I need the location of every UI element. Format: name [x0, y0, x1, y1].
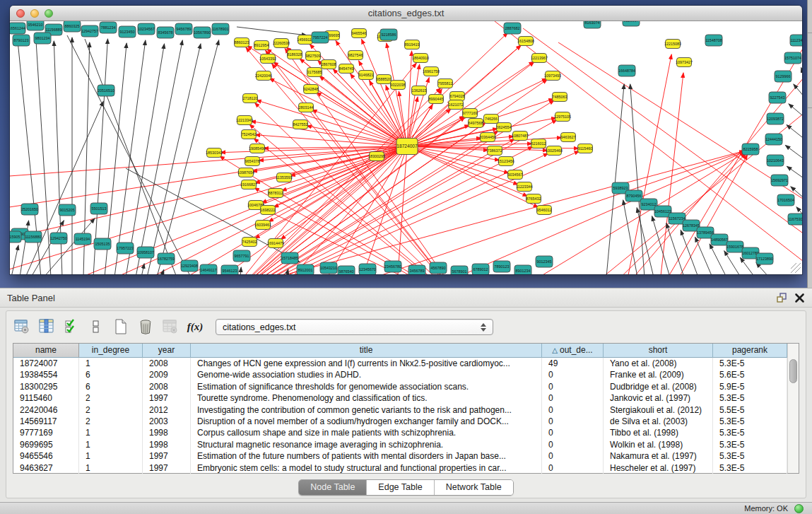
new-column-icon[interactable]: [112, 318, 129, 335]
network-canvas[interactable]: 1872400718300295886012389129542226053814…: [10, 21, 802, 274]
tab-network-table[interactable]: Network Table: [435, 480, 513, 495]
network-edge[interactable]: [787, 166, 802, 180]
network-edge[interactable]: [396, 152, 745, 274]
network-node[interactable]: 8790123: [13, 35, 30, 46]
network-edge[interactable]: [637, 208, 654, 274]
network-node[interactable]: 8765432: [526, 194, 541, 204]
network-node[interactable]: 746266: [484, 115, 499, 124]
network-node[interactable]: 7425402: [242, 238, 257, 247]
network-node[interactable]: 10543392: [259, 54, 276, 64]
network-node[interactable]: 8919419: [405, 40, 420, 49]
float-panel-icon[interactable]: [776, 292, 787, 303]
network-edge[interactable]: [801, 68, 802, 75]
network-edge[interactable]: [606, 84, 624, 274]
delete-icon[interactable]: [137, 318, 154, 335]
network-node[interactable]: 9227543: [769, 92, 786, 103]
network-node[interactable]: 3175685: [307, 68, 322, 77]
tab-node-table[interactable]: Node Table: [299, 480, 367, 495]
network-node[interactable]: 9456789: [175, 23, 192, 35]
network-node[interactable]: 9546210: [27, 21, 44, 30]
network-node[interactable]: 12213343: [236, 116, 253, 125]
network-node[interactable]: 16039461: [254, 221, 271, 230]
network-node[interactable]: 18640910: [412, 54, 429, 63]
network-edge[interactable]: [220, 156, 466, 274]
network-node[interactable]: 19085490: [249, 144, 266, 153]
table-row[interactable]: 2242004622012Investigating the contribut…: [13, 404, 787, 416]
network-edge[interactable]: [794, 84, 802, 97]
network-edge[interactable]: [710, 244, 726, 274]
table-row[interactable]: 1938455462009Genome-wide association stu…: [13, 369, 787, 380]
table-row[interactable]: 1456911722003Disruption of a novel membe…: [13, 416, 787, 427]
network-node[interactable]: 10807487: [512, 132, 529, 141]
network-node[interactable]: 16961758: [423, 67, 440, 76]
network-node[interactable]: 16648784: [618, 65, 635, 76]
network-node[interactable]: 9801234: [34, 33, 51, 44]
network-node[interactable]: 12215083: [664, 40, 681, 49]
network-node[interactable]: 18300295: [368, 152, 385, 161]
network-node[interactable]: 8215958: [742, 144, 759, 155]
network-node[interactable]: 9827509: [306, 52, 321, 61]
network-node[interactable]: 9012345: [536, 256, 553, 267]
network-node[interactable]: 9465546: [352, 29, 367, 38]
network-edge[interactable]: [269, 78, 407, 146]
network-node[interactable]: 11675300: [788, 214, 802, 225]
network-node[interactable]: 9322038: [391, 81, 406, 90]
network-node[interactable]: 17957223: [117, 243, 134, 254]
table-row[interactable]: 1872400712008Changes of HCN gene express…: [13, 358, 787, 369]
table-row[interactable]: 911546021997Tourette syndrome. Phenomeno…: [13, 392, 787, 404]
network-node[interactable]: 6216012: [531, 139, 546, 148]
network-node[interactable]: 1698222: [261, 206, 276, 215]
network-node[interactable]: 9146821: [359, 71, 374, 80]
network-node[interactable]: 15718485: [281, 252, 298, 264]
network-node[interactable]: 9463627: [561, 133, 576, 142]
network-node[interactable]: 18530342: [206, 148, 223, 158]
network-node[interactable]: 16782759: [158, 253, 175, 264]
unselect-icon[interactable]: [88, 318, 105, 335]
network-node[interactable]: 8860325: [64, 21, 81, 32]
network-node[interactable]: 4567890: [430, 262, 447, 274]
column-header-year[interactable]: year: [143, 344, 191, 358]
network-node[interactable]: 9034567: [508, 170, 523, 180]
network-node[interactable]: 19166827: [240, 180, 257, 189]
table-selector-dropdown[interactable]: citations_edges.txt: [216, 319, 493, 335]
network-node[interactable]: 10987654: [237, 168, 254, 177]
network-node[interactable]: 20516510: [98, 85, 114, 96]
network-node[interactable]: 1621072: [449, 100, 464, 110]
network-node[interactable]: 8878312: [269, 189, 283, 198]
network-node[interactable]: 1505135: [94, 238, 111, 250]
network-node[interactable]: 2803144: [299, 103, 314, 112]
network-node[interactable]: 11123456: [790, 35, 802, 46]
network-node[interactable]: 8912001: [297, 264, 314, 274]
network-node[interactable]: 17016504: [777, 194, 794, 206]
network-node[interactable]: 12345670: [359, 264, 376, 274]
network-node[interactable]: 7485063: [553, 93, 567, 102]
network-edge[interactable]: [724, 251, 741, 274]
network-node[interactable]: 2887682: [504, 23, 521, 34]
column-header-name[interactable]: name: [13, 344, 79, 358]
network-node[interactable]: 10958107: [137, 247, 154, 258]
network-node[interactable]: 10210643: [767, 155, 784, 166]
network-node[interactable]: 8427552: [293, 120, 308, 129]
network-edge[interactable]: [114, 40, 146, 274]
network-node[interactable]: 9657791: [233, 250, 250, 262]
network-node[interactable]: 9654378: [245, 157, 260, 166]
show-column-icon[interactable]: [38, 318, 55, 335]
tab-edge-table[interactable]: Edge Table: [367, 480, 434, 495]
network-node[interactable]: 12923408: [181, 260, 198, 271]
network-node[interactable]: 6497568: [469, 119, 483, 128]
network-node[interactable]: 10567890: [194, 27, 211, 38]
network-node[interactable]: 22260538: [273, 39, 290, 48]
network-node[interactable]: 5678901: [451, 266, 468, 274]
network-node[interactable]: 3915905: [10, 231, 21, 243]
network-graph[interactable]: 1872400718300295886012389129542226053814…: [10, 21, 802, 274]
network-node[interactable]: 6794028: [450, 92, 465, 101]
network-node[interactable]: 6789012: [472, 264, 489, 274]
network-node[interactable]: 14890567: [711, 234, 728, 245]
network-edge[interactable]: [11, 245, 18, 274]
network-node[interactable]: 12093872: [767, 113, 784, 124]
network-node[interactable]: 16914479: [267, 239, 284, 248]
network-node[interactable]: 7386372: [488, 146, 502, 156]
network-node[interactable]: 10025468: [546, 146, 563, 156]
network-node[interactable]: 8186328: [288, 50, 302, 59]
network-edge[interactable]: [317, 93, 407, 146]
